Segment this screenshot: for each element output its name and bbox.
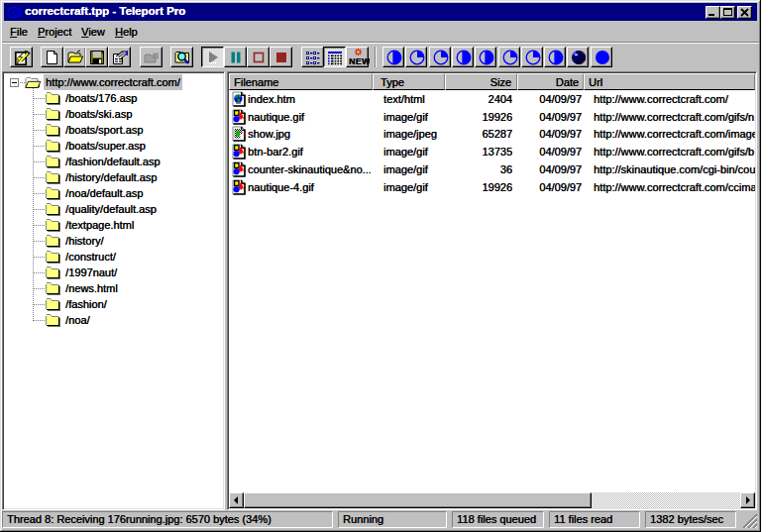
svg-text:NEW: NEW [349, 56, 370, 66]
